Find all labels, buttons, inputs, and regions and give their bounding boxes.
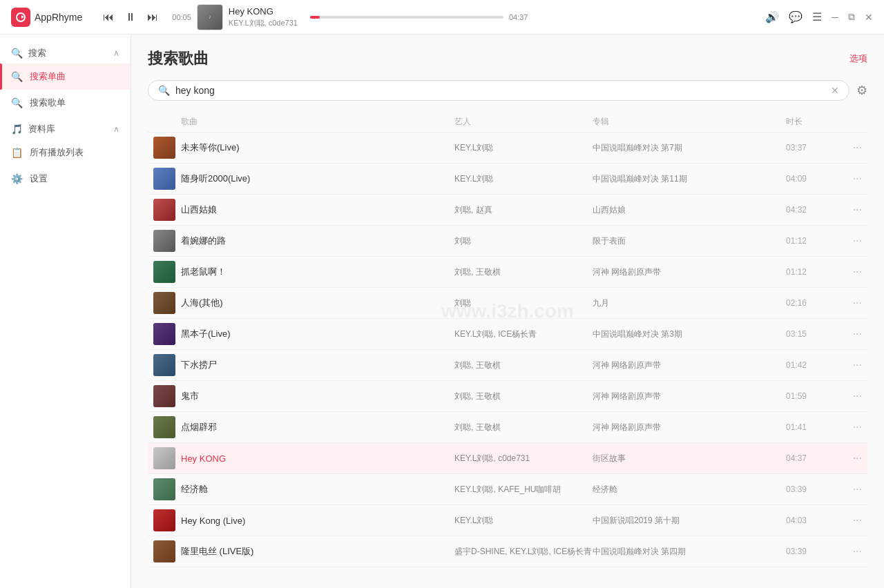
clear-icon[interactable]: ✕	[831, 85, 839, 96]
song-duration: 01:59	[786, 391, 841, 401]
sidebar-item-search-playlists[interactable]: 🔍 搜索歌单	[0, 90, 131, 116]
song-thumb	[153, 199, 181, 221]
playlist-button[interactable]: ☰	[812, 10, 822, 23]
table-row[interactable]: 随身听2000(Live) KEY.L刘聪 中国说唱巅峰对决 第11期 04:0…	[148, 164, 867, 195]
thumb-art	[153, 385, 175, 407]
close-button[interactable]: ✕	[865, 12, 873, 23]
song-artist: 盛宇D-SHINE, KEY.L刘聪, ICE杨长青	[454, 546, 593, 558]
main-layout: 🔍 搜索 ∧ 🔍 搜索单曲 🔍 搜索歌单 🎵 资料库 ∧ 📋 所有播放列表 ⚙️	[0, 35, 884, 588]
song-thumb	[153, 478, 181, 500]
table-row[interactable]: Hey Kong (Live) KEY.L刘聪 中国新说唱2019 第十期 04…	[148, 505, 867, 536]
more-button[interactable]: ···	[841, 328, 862, 340]
song-thumb	[153, 323, 181, 345]
song-thumb	[153, 230, 181, 252]
progress-bar[interactable]	[310, 16, 503, 19]
song-artist: 刘聪	[454, 235, 593, 247]
more-button[interactable]: ···	[841, 483, 862, 496]
search-input-wrap: 🔍 ✕	[148, 80, 849, 101]
library-section-icon: 🎵	[11, 124, 23, 135]
table-row[interactable]: 山西姑娘 刘聪, 赵真 山西姑娘 04:32 ···	[148, 195, 867, 226]
thumb-art	[153, 323, 175, 345]
sidebar-all-playlists-label: 所有播放列表	[30, 146, 84, 159]
table-row[interactable]: 下水捞尸 刘聪, 王敬棋 河神 网络剧原声带 01:42 ···	[148, 350, 867, 381]
page-title: 搜索歌曲	[148, 48, 209, 69]
table-row[interactable]: Hey KONG KEY.L刘聪, c0de731 街区故事 04:37 ···	[148, 443, 867, 474]
more-button[interactable]: ···	[841, 204, 862, 216]
maximize-button[interactable]: ⧉	[848, 11, 855, 23]
song-name: 下水捞尸	[181, 359, 454, 371]
search-icon: 🔍	[158, 85, 170, 96]
song-name: 山西姑娘	[181, 204, 454, 216]
table-row[interactable]: 未来等你(Live) KEY.L刘聪 中国说唱巅峰对决 第7期 03:37 ··…	[148, 133, 867, 164]
col-duration: 时长	[786, 116, 841, 128]
search-input[interactable]	[175, 85, 825, 96]
song-duration: 01:12	[786, 236, 841, 246]
table-row[interactable]: 鬼市 刘聪, 王敬棋 河神 网络剧原声带 01:59 ···	[148, 381, 867, 412]
sidebar: 🔍 搜索 ∧ 🔍 搜索单曲 🔍 搜索歌单 🎵 资料库 ∧ 📋 所有播放列表 ⚙️	[0, 35, 131, 588]
sidebar-item-all-playlists[interactable]: 📋 所有播放列表	[0, 139, 131, 166]
table-row[interactable]: 黑本子(Live) KEY.L刘聪, ICE杨长青 中国说唱巅峰对决 第3期 0…	[148, 319, 867, 350]
library-section-header[interactable]: 🎵 资料库 ∧	[0, 116, 131, 139]
table-row[interactable]: 隆里电丝 (LIVE版) 盛宇D-SHINE, KEY.L刘聪, ICE杨长青 …	[148, 536, 867, 567]
song-artist: KEY.L刘聪	[454, 173, 593, 185]
more-button[interactable]: ···	[841, 266, 862, 278]
prev-button[interactable]: ⏮	[103, 11, 114, 23]
song-album: 中国说唱巅峰对决 第11期	[593, 173, 786, 185]
select-button[interactable]: 选项	[849, 52, 867, 65]
song-duration: 04:09	[786, 174, 841, 184]
thumb-art	[153, 540, 175, 562]
table-row[interactable]: 经济舱 KEY.L刘聪, KAFE_HU咖啡胡 经济舱 03:39 ···	[148, 474, 867, 505]
song-duration: 04:03	[786, 516, 841, 525]
thumb-art	[153, 509, 175, 531]
search-section-chevron: ∧	[113, 48, 119, 58]
more-button[interactable]: ···	[841, 421, 862, 433]
time-current: 00:05	[172, 13, 191, 21]
song-name: 抓老鼠啊！	[181, 266, 454, 278]
next-button[interactable]: ⏭	[147, 11, 158, 23]
more-button[interactable]: ···	[841, 390, 862, 402]
song-artist: KEY.L刘聪, c0de731	[454, 453, 593, 464]
col-song: 歌曲	[181, 116, 454, 128]
more-button[interactable]: ···	[841, 173, 862, 185]
sidebar-item-settings[interactable]: ⚙️ 设置	[0, 166, 131, 192]
lyrics-button[interactable]: 💬	[789, 10, 803, 23]
search-section-header[interactable]: 🔍 搜索 ∧	[0, 40, 131, 63]
minimize-button[interactable]: ─	[832, 12, 838, 23]
song-duration: 03:15	[786, 329, 841, 339]
search-playlists-icon: 🔍	[11, 97, 23, 108]
more-button[interactable]: ···	[841, 359, 862, 371]
more-button[interactable]: ···	[841, 545, 862, 558]
table-row[interactable]: 着婉娜的路 刘聪 限于表面 01:12 ···	[148, 226, 867, 257]
thumb-art	[153, 354, 175, 376]
album-thumb-art: ♪	[198, 5, 222, 30]
thumb-art	[153, 230, 175, 252]
more-button[interactable]: ···	[841, 297, 862, 309]
more-button[interactable]: ···	[841, 452, 862, 464]
more-button[interactable]: ···	[841, 141, 862, 154]
song-name: 隆里电丝 (LIVE版)	[181, 545, 454, 558]
song-duration: 01:12	[786, 267, 841, 277]
sidebar-item-search-songs[interactable]: 🔍 搜索单曲	[0, 63, 131, 90]
song-thumb	[153, 416, 181, 438]
more-button[interactable]: ···	[841, 235, 862, 247]
filter-icon[interactable]: ⚙	[856, 83, 867, 98]
song-artist: 刘聪, 赵真	[454, 204, 593, 216]
table-row[interactable]: 抓老鼠啊！ 刘聪, 王敬棋 河神 网络剧原声带 01:12 ···	[148, 257, 867, 288]
song-album: 中国说唱巅峰对决 第四期	[593, 546, 786, 558]
song-artist: 刘聪, 王敬棋	[454, 266, 593, 278]
song-artist: KEY.L刘聪, KAFE_HU咖啡胡	[454, 484, 593, 496]
song-duration: 02:16	[786, 298, 841, 308]
progress-area: 00:05 ♪ Hey KONG KEY.L刘聪, c0de731 04:37	[172, 4, 528, 30]
pause-button[interactable]: ⏸	[125, 11, 136, 23]
all-playlists-icon: 📋	[11, 147, 23, 158]
song-artist: 刘聪, 王敬棋	[454, 422, 593, 433]
song-duration: 01:42	[786, 360, 841, 370]
table-row[interactable]: 点烟辟邪 刘聪, 王敬棋 河神 网络剧原声带 01:41 ···	[148, 412, 867, 443]
song-artist: 刘聪, 王敬棋	[454, 391, 593, 402]
more-button[interactable]: ···	[841, 514, 862, 527]
table-row[interactable]: 人海(其他) 刘聪 九月 02:16 ···	[148, 288, 867, 319]
song-thumb	[153, 168, 181, 190]
volume-button[interactable]: 🔊	[765, 10, 779, 23]
library-section-chevron: ∧	[113, 124, 119, 134]
song-album: 街区故事	[593, 453, 786, 464]
